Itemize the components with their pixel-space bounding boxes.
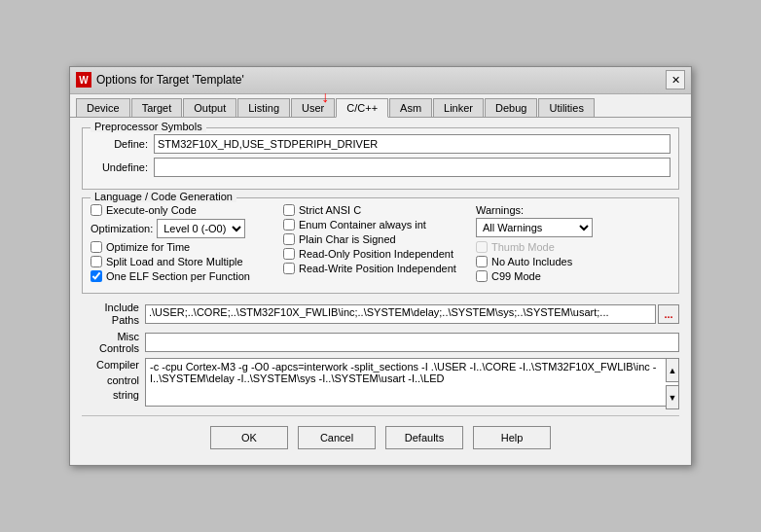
include-paths-label: IncludePaths — [82, 301, 145, 327]
lang-col-right: Warnings: All Warnings No Warnings Unspe… — [476, 204, 670, 285]
undefine-label: Undefine: — [91, 161, 154, 173]
no-auto-includes-label: No Auto Includes — [491, 256, 572, 267]
close-button[interactable]: ✕ — [666, 70, 685, 89]
enum-container-checkbox[interactable] — [283, 219, 295, 231]
tab-target[interactable]: Target — [131, 98, 183, 117]
c99-mode-row: C99 Mode — [476, 270, 670, 282]
misc-controls-row: MiscControls — [82, 331, 679, 354]
warnings-select[interactable]: All Warnings No Warnings Unspecified — [476, 218, 593, 237]
lang-col-left: Execute-only Code Optimization: Level 0 … — [91, 204, 283, 285]
optimize-time-label: Optimize for Time — [106, 241, 190, 253]
tab-utilities[interactable]: Utilities — [538, 98, 594, 117]
tab-cc[interactable]: C/C++ — [336, 98, 388, 118]
dialog-title: Options for Target 'Template' — [96, 73, 244, 87]
thumb-mode-checkbox[interactable] — [476, 241, 488, 253]
strict-ansi-checkbox[interactable] — [283, 204, 295, 216]
title-bar: W Options for Target 'Template' ✕ — [70, 67, 691, 94]
language-section: Language / Code Generation Execute-only … — [82, 197, 679, 294]
enum-container-row: Enum Container always int — [283, 219, 476, 231]
thumb-mode-label: Thumb Mode — [491, 241, 555, 253]
tab-debug[interactable]: Debug — [485, 98, 537, 117]
no-auto-includes-row: No Auto Includes — [476, 256, 670, 267]
split-load-row: Split Load and Store Multiple — [91, 256, 283, 267]
include-paths-value: .\USER;..\CORE;..\STM32F10X_FWLIB\inc;..… — [145, 304, 656, 324]
plain-char-label: Plain Char is Signed — [299, 233, 396, 245]
tab-linker[interactable]: Linker — [433, 98, 484, 117]
lang-columns: Execute-only Code Optimization: Level 0 … — [91, 204, 670, 285]
compiler-scroll-down[interactable]: ▼ — [666, 385, 679, 409]
readonly-pos-label: Read-Only Position Independent — [299, 248, 453, 260]
compiler-scroll-up[interactable]: ▲ — [666, 358, 679, 382]
define-label: Define: — [91, 138, 154, 150]
tab-bar: Device Target Output Listing User C/C++ … — [70, 94, 691, 118]
cancel-button[interactable]: Cancel — [298, 426, 376, 449]
enum-container-label: Enum Container always int — [299, 219, 426, 231]
plain-char-checkbox[interactable] — [283, 233, 295, 245]
one-elf-row: One ELF Section per Function — [91, 270, 283, 282]
divider — [82, 415, 679, 416]
optimization-select[interactable]: Level 0 (-O0) Level 1 (-O1) Level 2 (-O2… — [157, 219, 245, 238]
help-button[interactable]: Help — [473, 426, 551, 449]
execute-only-label: Execute-only Code — [106, 204, 197, 216]
tab-output[interactable]: Output — [183, 98, 236, 117]
defaults-button[interactable]: Defaults — [385, 426, 463, 449]
strict-ansi-row: Strict ANSI C — [283, 204, 476, 216]
one-elf-label: One ELF Section per Function — [106, 270, 250, 282]
buttons-row: OK Cancel Defaults Help — [82, 418, 679, 455]
compiler-row: Compilercontrolstring ▲ ▼ — [82, 358, 679, 409]
define-row: Define: — [91, 134, 670, 154]
readonly-pos-row: Read-Only Position Independent — [283, 248, 476, 260]
content-area: Preprocessor Symbols Define: Undefine: L… — [70, 118, 691, 465]
optimization-row: Optimization: Level 0 (-O0) Level 1 (-O1… — [91, 219, 283, 238]
thumb-mode-row: Thumb Mode — [476, 241, 670, 253]
warnings-label: Warnings: — [476, 204, 670, 216]
preprocessor-title: Preprocessor Symbols — [91, 121, 206, 132]
execute-only-row: Execute-only Code — [91, 204, 283, 216]
include-browse-button[interactable]: ... — [658, 304, 679, 324]
lang-col-middle: Strict ANSI C Enum Container always int … — [283, 204, 476, 285]
readwrite-pos-checkbox[interactable] — [283, 263, 295, 274]
compiler-textarea[interactable] — [145, 358, 679, 407]
readonly-pos-checkbox[interactable] — [283, 248, 295, 260]
split-load-label: Split Load and Store Multiple — [106, 256, 243, 267]
app-icon: W — [76, 72, 91, 88]
compiler-label: Compilercontrolstring — [82, 358, 145, 403]
optimize-time-row: Optimize for Time — [91, 241, 283, 253]
tab-user[interactable]: User — [291, 98, 335, 117]
split-load-checkbox[interactable] — [91, 256, 102, 267]
include-paths-row: IncludePaths .\USER;..\CORE;..\STM32F10X… — [82, 301, 679, 327]
optimization-label: Optimization: — [91, 223, 153, 234]
no-auto-includes-checkbox[interactable] — [476, 256, 488, 267]
title-bar-left: W Options for Target 'Template' — [76, 72, 244, 88]
language-title: Language / Code Generation — [91, 191, 236, 202]
plain-char-row: Plain Char is Signed — [283, 233, 476, 245]
undefine-row: Undefine: — [91, 158, 670, 177]
options-dialog: W Options for Target 'Template' ✕ Device… — [69, 66, 692, 466]
tab-asm[interactable]: Asm — [389, 98, 432, 117]
strict-ansi-label: Strict ANSI C — [299, 204, 361, 216]
readwrite-pos-label: Read-Write Position Independent — [299, 263, 456, 274]
define-input[interactable] — [154, 134, 670, 154]
undefine-input[interactable] — [154, 158, 670, 177]
misc-controls-input[interactable] — [145, 333, 679, 352]
preprocessor-section: Preprocessor Symbols Define: Undefine: — [82, 127, 679, 190]
one-elf-checkbox[interactable] — [91, 270, 102, 282]
misc-controls-label: MiscControls — [82, 331, 145, 354]
ok-button[interactable]: OK — [210, 426, 288, 449]
execute-only-checkbox[interactable] — [91, 204, 102, 216]
c99-mode-label: C99 Mode — [491, 270, 541, 282]
tab-listing[interactable]: Listing — [237, 98, 290, 117]
tab-device[interactable]: Device — [76, 98, 130, 117]
optimize-time-checkbox[interactable] — [91, 241, 102, 253]
readwrite-pos-row: Read-Write Position Independent — [283, 263, 476, 274]
c99-mode-checkbox[interactable] — [476, 270, 488, 282]
